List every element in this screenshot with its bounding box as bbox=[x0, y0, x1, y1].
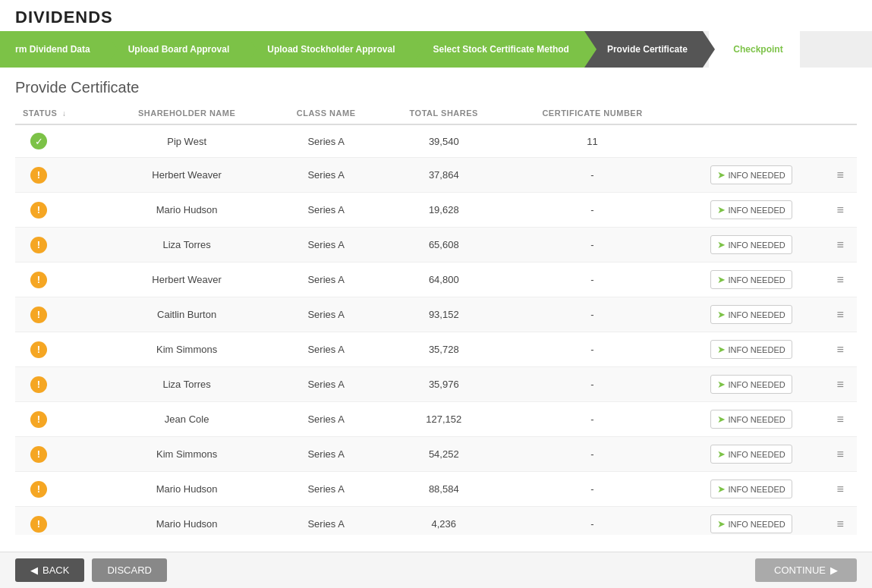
total-shares: 19,628 bbox=[382, 193, 507, 228]
row-menu-cell: ≡ bbox=[823, 437, 857, 472]
row-menu-icon[interactable]: ≡ bbox=[836, 238, 843, 251]
table-row: !Caitlin BurtonSeries A93,152-➤ INFO NEE… bbox=[15, 297, 857, 332]
status-cell: ! bbox=[15, 402, 102, 437]
class-name: Series A bbox=[271, 297, 382, 332]
continue-button[interactable]: CONTINUE ▶ bbox=[755, 558, 857, 582]
cert-number: - bbox=[506, 402, 678, 437]
cert-number: - bbox=[506, 472, 678, 507]
cert-number: - bbox=[506, 297, 678, 332]
data-table: STATUS ↓ SHAREHOLDER NAME CLASS NAME TOT… bbox=[15, 102, 857, 535]
total-shares: 93,152 bbox=[382, 297, 507, 332]
class-name: Series A bbox=[271, 158, 382, 193]
info-needed-button[interactable]: ➤ INFO NEEDED bbox=[710, 375, 792, 394]
class-name: Series A bbox=[271, 193, 382, 228]
total-shares: 37,864 bbox=[382, 158, 507, 193]
table-row: ✓Pip WestSeries A39,54011 bbox=[15, 124, 857, 158]
total-shares: 127,152 bbox=[382, 402, 507, 437]
warning-icon: ! bbox=[30, 202, 47, 219]
info-needed-button[interactable]: ➤ INFO NEEDED bbox=[710, 235, 792, 254]
forward-arrow-icon: ➤ bbox=[717, 309, 726, 320]
class-name: Series A bbox=[271, 332, 382, 367]
status-cell: ! bbox=[15, 472, 102, 507]
class-name: Series A bbox=[271, 437, 382, 472]
table-row: !Kim SimmonsSeries A35,728-➤ INFO NEEDED… bbox=[15, 332, 857, 367]
status-cell: ! bbox=[15, 158, 102, 193]
status-cell: ! bbox=[15, 507, 102, 536]
shareholder-name: Herbert Weaver bbox=[102, 158, 270, 193]
col-class: CLASS NAME bbox=[271, 102, 382, 124]
info-needed-button[interactable]: ➤ INFO NEEDED bbox=[710, 445, 792, 464]
col-status: STATUS ↓ bbox=[15, 102, 102, 124]
row-menu-icon[interactable]: ≡ bbox=[836, 343, 843, 356]
info-needed-button[interactable]: ➤ INFO NEEDED bbox=[710, 270, 792, 289]
row-menu-icon[interactable]: ≡ bbox=[836, 203, 843, 216]
forward-arrow-icon: ➤ bbox=[717, 169, 726, 181]
breadcrumb-item-3[interactable]: Select Stock Certificate Method bbox=[411, 31, 584, 68]
row-menu-icon[interactable]: ≡ bbox=[836, 308, 843, 321]
sort-icon[interactable]: ↓ bbox=[62, 109, 67, 118]
action-cell: ➤ INFO NEEDED bbox=[678, 472, 823, 507]
page-main-title: DIVIDENDS bbox=[15, 8, 857, 27]
shareholder-name: Jean Cole bbox=[102, 402, 270, 437]
breadcrumb-item-1[interactable]: Upload Board Approval bbox=[105, 31, 245, 68]
row-menu-cell: ≡ bbox=[823, 297, 857, 332]
row-menu-icon[interactable]: ≡ bbox=[836, 413, 843, 426]
total-shares: 35,728 bbox=[382, 332, 507, 367]
row-menu-icon[interactable]: ≡ bbox=[836, 517, 843, 530]
warning-icon: ! bbox=[30, 341, 47, 358]
row-menu-icon[interactable]: ≡ bbox=[836, 273, 843, 286]
row-menu-cell: ≡ bbox=[823, 193, 857, 228]
back-arrow-icon: ◀ bbox=[30, 564, 38, 576]
info-needed-button[interactable]: ➤ INFO NEEDED bbox=[710, 480, 792, 498]
row-menu-cell: ≡ bbox=[823, 507, 857, 536]
forward-arrow-icon: ➤ bbox=[717, 274, 726, 285]
back-button[interactable]: ◀ BACK bbox=[15, 558, 84, 582]
row-menu-cell bbox=[823, 124, 857, 158]
forward-arrow-icon: ➤ bbox=[717, 413, 726, 425]
row-menu-icon[interactable]: ≡ bbox=[836, 168, 843, 181]
class-name: Series A bbox=[271, 124, 382, 158]
footer: ◀ BACK DISCARD CONTINUE ▶ bbox=[0, 552, 872, 588]
row-menu-icon[interactable]: ≡ bbox=[836, 448, 843, 461]
action-cell: ➤ INFO NEEDED bbox=[678, 193, 823, 228]
status-cell: ! bbox=[15, 332, 102, 367]
shareholder-name: Mario Hudson bbox=[102, 507, 270, 536]
total-shares: 54,252 bbox=[382, 437, 507, 472]
col-menu bbox=[823, 102, 857, 124]
total-shares: 4,236 bbox=[382, 507, 507, 536]
action-cell: ➤ INFO NEEDED bbox=[678, 158, 823, 193]
action-cell bbox=[678, 124, 823, 158]
warning-icon: ! bbox=[30, 411, 47, 428]
table-row: !Liza TorresSeries A35,976-➤ INFO NEEDED… bbox=[15, 367, 857, 402]
discard-button[interactable]: DISCARD bbox=[92, 558, 167, 582]
shareholder-name: Herbert Weaver bbox=[102, 263, 270, 297]
info-needed-button[interactable]: ➤ INFO NEEDED bbox=[710, 165, 792, 184]
row-menu-cell: ≡ bbox=[823, 158, 857, 193]
breadcrumb-item-2[interactable]: Upload Stockholder Approval bbox=[244, 31, 410, 68]
footer-left: ◀ BACK DISCARD bbox=[15, 558, 167, 582]
breadcrumb-item-0[interactable]: rm Dividend Data bbox=[0, 31, 105, 68]
forward-arrow-icon: ➤ bbox=[717, 204, 726, 215]
info-needed-button[interactable]: ➤ INFO NEEDED bbox=[710, 200, 792, 219]
total-shares: 65,608 bbox=[382, 228, 507, 263]
row-menu-icon[interactable]: ≡ bbox=[836, 483, 843, 495]
breadcrumb: rm Dividend DataUpload Board ApprovalUpl… bbox=[0, 31, 872, 68]
row-menu-icon[interactable]: ≡ bbox=[836, 378, 843, 391]
status-cell: ! bbox=[15, 263, 102, 297]
total-shares: 64,800 bbox=[382, 263, 507, 297]
shareholder-name: Liza Torres bbox=[102, 228, 270, 263]
warning-icon: ! bbox=[30, 516, 47, 533]
class-name: Series A bbox=[271, 472, 382, 507]
shareholder-name: Mario Hudson bbox=[102, 193, 270, 228]
col-shares: TOTAL SHARES bbox=[382, 102, 507, 124]
cert-number: - bbox=[506, 263, 678, 297]
action-cell: ➤ INFO NEEDED bbox=[678, 263, 823, 297]
table-row: !Mario HudsonSeries A4,236-➤ INFO NEEDED… bbox=[15, 507, 857, 536]
info-needed-button[interactable]: ➤ INFO NEEDED bbox=[710, 410, 792, 429]
info-needed-button[interactable]: ➤ INFO NEEDED bbox=[710, 340, 792, 359]
breadcrumb-item-5[interactable]: Checkpoint bbox=[709, 31, 800, 68]
forward-arrow-icon: ➤ bbox=[717, 448, 726, 460]
info-needed-button[interactable]: ➤ INFO NEEDED bbox=[710, 305, 792, 324]
breadcrumb-item-4[interactable]: Provide Certificate bbox=[584, 31, 703, 68]
info-needed-button[interactable]: ➤ INFO NEEDED bbox=[710, 514, 792, 533]
